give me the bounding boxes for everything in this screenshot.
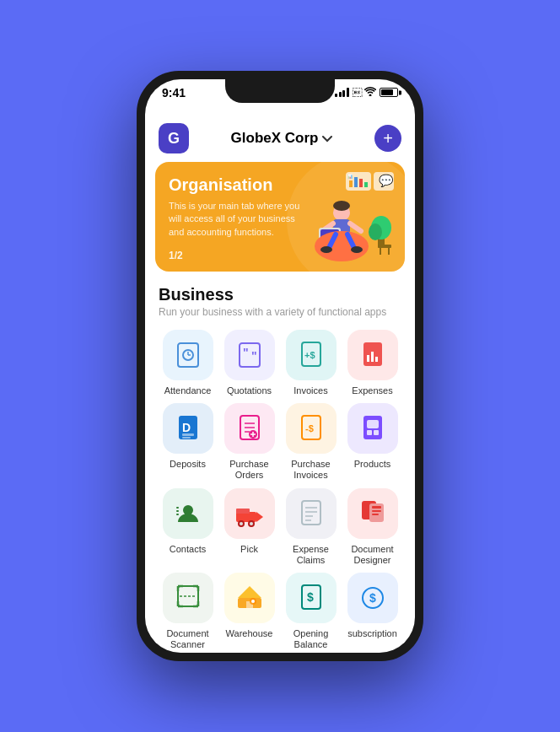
svg-text:$: $ (369, 591, 376, 605)
purchase-orders-icon (234, 413, 265, 444)
app-quotations[interactable]: " " Quotations (220, 330, 278, 396)
svg-rect-67 (302, 501, 320, 525)
business-subtitle: Run your business with a variety of func… (159, 306, 401, 318)
document-scanner-icon (173, 583, 203, 613)
svg-rect-1 (349, 180, 353, 187)
app-document-scanner[interactable]: Document Scanner (159, 573, 217, 650)
svg-rect-38 (375, 357, 378, 362)
app-expenses[interactable]: Expenses (343, 330, 401, 396)
attendance-icon-bg (163, 330, 213, 380)
products-label: Products (354, 459, 390, 470)
svg-text:$: $ (307, 590, 314, 604)
deposits-icon-bg: D (163, 403, 213, 454)
warehouse-icon-bg (224, 573, 275, 623)
subscription-label: subscription (347, 628, 397, 639)
svg-point-65 (250, 522, 253, 525)
contacts-icon-bg (163, 488, 213, 539)
expenses-icon (358, 340, 388, 370)
svg-rect-54 (367, 430, 372, 435)
svg-text:": " (243, 346, 249, 359)
app-products[interactable]: Products (343, 403, 401, 481)
battery-icon (380, 88, 398, 97)
add-button[interactable]: + (374, 125, 401, 152)
warehouse-label: Warehouse (226, 628, 273, 639)
warehouse-icon (234, 583, 265, 613)
status-icons:  (335, 87, 398, 98)
app-attendance[interactable]: Attendance (159, 330, 217, 396)
svg-rect-75 (372, 510, 381, 512)
content-scroll[interactable]: G GlobeX Corp + Organisation This is you… (145, 116, 415, 653)
svg-rect-66 (236, 509, 250, 514)
app-purchase-orders[interactable]: Purchase Orders (220, 403, 278, 481)
app-header: G GlobeX Corp + (145, 116, 415, 162)
company-name: GlobeX Corp (231, 130, 319, 147)
banner-counter: 1/2 (169, 250, 183, 261)
svg-point-19 (351, 246, 363, 253)
app-opening-balance[interactable]: $ Opening Balance (282, 573, 340, 650)
document-scanner-label: Document Scanner (159, 628, 217, 650)
business-section: Business Run your business with a variet… (145, 285, 415, 650)
app-invoices[interactable]: +$ Invoices (282, 330, 340, 396)
app-expense-claims[interactable]: Expense Claims (282, 488, 340, 566)
products-icon (358, 413, 388, 444)
pick-icon (234, 498, 265, 529)
svg-marker-88 (238, 586, 261, 598)
document-designer-icon (358, 498, 388, 529)
chevron-down-icon (322, 132, 332, 145)
document-scanner-icon-bg (163, 573, 213, 623)
quotations-label: Quotations (227, 385, 272, 396)
status-time: 9:41 (162, 86, 186, 100)
phone-frame: 9:41  G (137, 71, 423, 661)
svg-rect-3 (359, 179, 363, 187)
attendance-icon (173, 340, 203, 370)
svg-rect-53 (367, 420, 379, 428)
svg-rect-36 (367, 355, 369, 362)
app-document-designer[interactable]: Document Designer (343, 488, 401, 566)
deposits-icon: D (173, 413, 203, 444)
invoices-icon: +$ (296, 340, 326, 370)
svg-rect-58 (176, 510, 179, 512)
svg-rect-4 (364, 182, 368, 187)
svg-text:D: D (182, 421, 191, 434)
svg-rect-59 (176, 514, 179, 515)
svg-rect-76 (372, 514, 379, 515)
document-designer-icon-bg (347, 488, 398, 539)
svg-rect-55 (374, 430, 379, 435)
app-title[interactable]: GlobeX Corp (231, 130, 333, 147)
svg-point-18 (320, 246, 332, 253)
svg-text:": " (251, 349, 257, 363)
purchase-orders-label: Purchase Orders (220, 459, 278, 481)
svg-text:+$: +$ (304, 350, 315, 360)
document-designer-label: Document Designer (343, 544, 401, 566)
opening-balance-icon: $ (296, 583, 326, 613)
pick-icon-bg (224, 488, 275, 539)
contacts-label: Contacts (170, 544, 206, 555)
contacts-icon (173, 498, 203, 529)
app-purchase-invoices[interactable]: -$ Purchase Invoices (282, 403, 340, 481)
svg-point-22 (369, 223, 382, 240)
expense-claims-icon-bg (286, 488, 337, 539)
svg-point-15 (315, 231, 369, 261)
expenses-icon-bg (347, 330, 398, 380)
app-grid: Attendance " " Quotations (159, 330, 401, 650)
quotations-icon-bg: " " (224, 330, 275, 380)
app-warehouse[interactable]: Warehouse (220, 573, 278, 650)
app-deposits[interactable]: D Deposits (159, 403, 217, 481)
invoices-label: Invoices (293, 385, 327, 396)
organisation-banner[interactable]: Organisation This is your main tab where… (155, 162, 405, 272)
banner-illustration: 📊 💬 (287, 170, 396, 263)
purchase-invoices-icon-bg: -$ (286, 403, 337, 454)
svg-text:📊: 📊 (347, 174, 353, 180)
purchase-orders-icon-bg (224, 403, 275, 454)
app-subscription[interactable]: $ subscription (343, 573, 401, 650)
app-pick[interactable]: Pick (220, 488, 278, 566)
attendance-label: Attendance (164, 385, 212, 396)
purchase-invoices-label: Purchase Invoices (282, 459, 340, 481)
business-title: Business (159, 285, 401, 304)
invoices-icon-bg: +$ (286, 330, 337, 380)
svg-text:-$: -$ (305, 423, 314, 433)
app-contacts[interactable]: Contacts (159, 488, 217, 566)
svg-point-91 (251, 600, 255, 603)
expense-claims-label: Expense Claims (282, 544, 340, 566)
signal-icon (335, 88, 349, 97)
